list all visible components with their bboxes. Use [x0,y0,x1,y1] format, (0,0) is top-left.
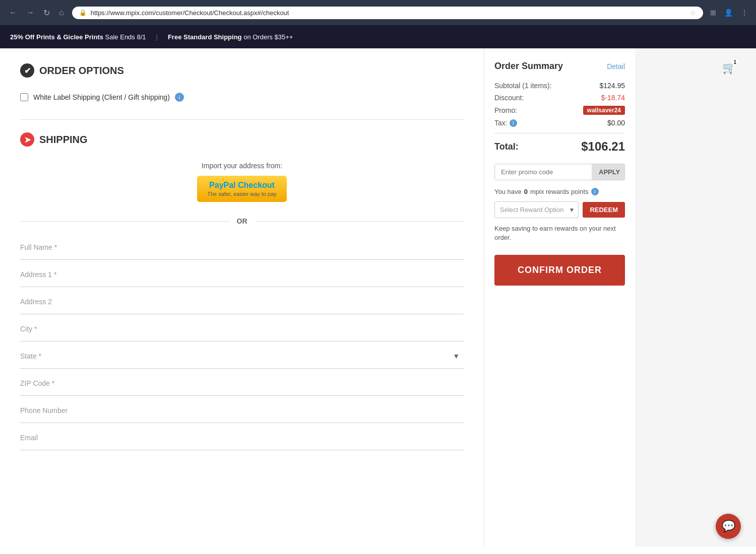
email-input[interactable] [20,430,464,446]
rewards-points-row: You have 0 mpix rewards points i [494,188,625,195]
section-divider-1 [20,119,464,120]
page-container: ✔ ORDER OPTIONS White Label Shipping (Cl… [0,48,756,547]
redeem-button[interactable]: REDEEM [583,202,625,218]
address2-field [20,290,464,314]
state-select-wrapper: State * Alabama Alaska Arizona Californi… [20,344,464,369]
phone-group [20,398,464,423]
address1-input[interactable] [20,266,464,283]
promo-code-input[interactable] [495,164,592,180]
promo-input-row: APPLY [494,164,625,180]
order-options-title: ORDER OPTIONS [39,65,124,77]
paypal-text-dark: Pay [209,181,223,189]
subtotal-row: Subtotal (1 items): $124.95 [494,82,625,90]
shipping-section: ➤ SHIPPING Import your address from: Pay… [20,132,464,450]
profile-btn[interactable]: 👤 [722,7,735,19]
discount-label: Discount: [494,94,524,102]
address-bar[interactable]: 🔒 https://www.mpix.com/customer/Checkout… [72,7,703,19]
promo-text-1: 25% Off Prints & Giclee Prints Sale Ends… [10,33,146,41]
url-text: https://www.mpix.com/customer/Checkout/C… [91,9,686,17]
lock-icon: 🔒 [79,9,87,16]
email-field [20,426,464,450]
discount-value: $-18.74 [601,94,625,102]
total-label: Total: [494,142,519,152]
tax-info-icon[interactable]: i [510,119,517,127]
zip-group [20,371,464,396]
or-text: OR [237,217,247,225]
address2-group [20,290,464,314]
promo-text-2: Free Standard Shipping on Orders $35++ [168,33,293,41]
rewards-text-1: You have [494,188,522,195]
browser-nav-buttons[interactable]: ← → ↻ ⌂ [6,6,67,20]
zip-input[interactable] [20,375,464,391]
address1-field [20,262,464,287]
subtotal-label: Subtotal (1 items): [494,82,552,90]
promo-bar: 25% Off Prints & Giclee Prints Sale Ends… [0,25,756,48]
paypal-tagline: The safer, easier way to pay [207,191,277,197]
chat-button[interactable]: 💬 [716,514,741,539]
full-name-field [20,235,464,260]
browser-chrome: ← → ↻ ⌂ 🔒 https://www.mpix.com/customer/… [0,0,756,25]
rewards-select-wrapper: Select Reward Options ▼ [494,201,579,218]
back-button[interactable]: ← [6,6,20,19]
summary-divider [494,133,625,133]
refresh-button[interactable]: ↻ [40,6,53,20]
rewards-note: Keep saving to earn rewards on your next… [494,224,625,242]
home-button[interactable]: ⌂ [56,6,67,19]
total-row: Total: $106.21 [494,140,625,154]
rewards-info-icon[interactable]: i [591,188,599,195]
paypal-checkout-button[interactable]: PayPal Checkout The safer, easier way to… [197,176,287,202]
phone-input[interactable] [20,402,464,419]
detail-link[interactable]: Detail [607,62,625,71]
address1-group [20,262,464,287]
chat-icon: 💬 [722,520,735,533]
order-summary-sidebar: Order Summary Detail Subtotal (1 items):… [484,48,635,547]
order-summary-title: Order Summary [494,61,563,72]
rewards-select-row: Select Reward Options ▼ REDEEM [494,201,625,218]
or-divider: OR [20,217,464,225]
order-options-icon: ✔ [20,63,34,78]
shipping-header: ➤ SHIPPING [20,132,464,147]
shipping-icon: ➤ [20,132,34,147]
city-group [20,317,464,341]
rewards-select[interactable]: Select Reward Options [494,201,579,218]
tax-value: $0.00 [607,119,625,127]
menu-btn[interactable]: ⋮ [739,7,750,19]
shipping-title: SHIPPING [39,134,88,146]
browser-action-buttons[interactable]: ⊞ 👤 ⋮ [708,7,750,19]
import-label: Import your address from: [20,162,464,170]
state-group: State * Alabama Alaska Arizona Californi… [20,344,464,369]
promo-code-badge: wallsaver24 [583,106,625,115]
promo-separator: | [156,33,158,41]
city-field [20,317,464,341]
cart-badge: 1 [731,59,738,65]
order-options-header: ✔ ORDER OPTIONS [20,63,464,78]
order-options-section: ✔ ORDER OPTIONS White Label Shipping (Cl… [20,63,464,107]
promo-label: Promo: [494,106,517,114]
import-address-section: Import your address from: PayPal Checkou… [20,157,464,207]
white-label-info-icon[interactable]: i [175,93,184,102]
zip-field [20,371,464,396]
forward-button[interactable]: → [23,6,37,19]
star-icon[interactable]: ☆ [690,9,696,17]
tax-label: Tax: i [494,119,517,127]
address2-input[interactable] [20,294,464,310]
email-group [20,426,464,450]
full-name-group [20,235,464,260]
full-name-input[interactable] [20,239,464,255]
order-summary-header: Order Summary Detail [494,61,625,72]
main-content: ✔ ORDER OPTIONS White Label Shipping (Cl… [0,48,484,547]
tax-row: Tax: i $0.00 [494,119,625,127]
city-input[interactable] [20,321,464,337]
confirm-order-button[interactable]: CONFIRM ORDER [494,255,625,286]
subtotal-value: $124.95 [599,82,625,90]
total-value: $106.21 [581,140,625,154]
cart-wrapper[interactable]: 🛒 1 [722,61,736,75]
paypal-logo: PayPal Checkout [207,181,277,190]
white-label-checkbox[interactable] [20,93,28,101]
rewards-text-2: mpix rewards points [530,188,589,195]
promo-row: Promo: wallsaver24 [494,106,625,115]
white-label-label: White Label Shipping (Client / Gift ship… [33,93,170,101]
extensions-btn[interactable]: ⊞ [708,7,718,19]
state-select[interactable]: State * Alabama Alaska Arizona Californi… [20,348,464,364]
apply-promo-button[interactable]: APPLY [592,164,625,180]
